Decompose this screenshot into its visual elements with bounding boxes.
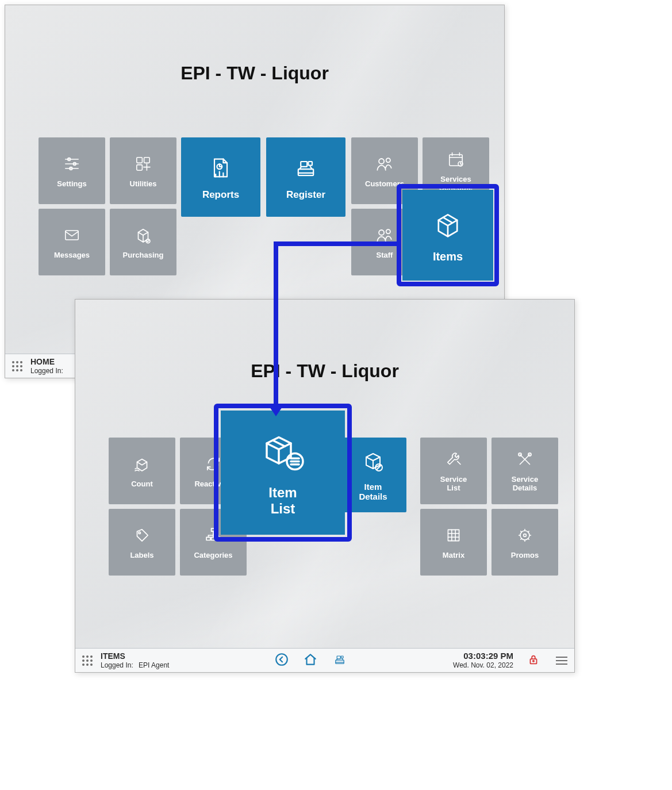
tile-count[interactable]: Count xyxy=(109,438,175,504)
tile-item-details[interactable]: Item Details xyxy=(340,438,406,512)
tool-cross-icon xyxy=(512,449,538,470)
statusbar-title-block: ITEMS Logged In: EPI Agent xyxy=(101,651,169,669)
lock-button[interactable] xyxy=(527,653,540,668)
box-icon xyxy=(428,208,468,242)
utilities-icon xyxy=(130,154,156,174)
statusbar-title-block: HOME Logged In: xyxy=(30,357,63,375)
grip-icon[interactable] xyxy=(82,655,93,666)
tile-service-details[interactable]: Service Details xyxy=(491,438,558,504)
grip-icon[interactable] xyxy=(12,361,22,371)
promos-icon xyxy=(512,525,538,546)
back-button[interactable] xyxy=(274,652,289,669)
register-button[interactable] xyxy=(332,653,348,669)
messages-icon xyxy=(59,225,85,246)
tile-labels[interactable]: Labels xyxy=(109,509,175,576)
annotation-arrow xyxy=(274,241,399,246)
tile-messages[interactable]: Messages xyxy=(39,209,105,275)
matrix-icon xyxy=(440,525,467,546)
hamburger-menu-button[interactable] xyxy=(556,657,567,665)
calendar-icon xyxy=(443,149,469,170)
reports-icon xyxy=(203,154,238,182)
clock-date: Wed. Nov. 02, 2022 xyxy=(453,661,513,669)
clock-time: 03:03:29 PM xyxy=(453,651,513,661)
statusbar-logged-in: Logged In: EPI Agent xyxy=(101,661,169,669)
arrow-head-icon xyxy=(267,404,285,416)
purchasing-icon xyxy=(130,225,156,246)
app-title: EPI - TW - Liquor xyxy=(75,361,574,382)
statusbar-title: HOME xyxy=(30,357,63,367)
home-button[interactable] xyxy=(303,652,318,669)
tile-matrix[interactable]: Matrix xyxy=(420,509,487,576)
tile-items[interactable]: Items xyxy=(402,190,493,281)
statusbar-title: ITEMS xyxy=(101,651,169,661)
tools-icon xyxy=(440,449,467,470)
settings-icon xyxy=(59,154,85,174)
app-title: EPI - TW - Liquor xyxy=(5,63,504,84)
tile-utilities[interactable]: Utilities xyxy=(110,137,176,204)
count-icon xyxy=(129,454,155,474)
register-icon xyxy=(289,154,323,182)
customers-icon xyxy=(371,154,398,174)
tile-reports[interactable]: Reports xyxy=(181,137,260,217)
tile-promos[interactable]: Promos xyxy=(491,509,558,576)
annotation-arrow xyxy=(274,246,278,406)
tile-settings[interactable]: Settings xyxy=(39,137,105,204)
tile-purchasing[interactable]: Purchasing xyxy=(110,209,176,275)
tile-service-list[interactable]: Service List xyxy=(420,438,487,504)
tile-register[interactable]: Register xyxy=(266,137,345,217)
clock: 03:03:29 PM Wed. Nov. 02, 2022 xyxy=(453,651,513,669)
statusbar-items: ITEMS Logged In: EPI Agent 03:03:29 PM W… xyxy=(75,648,574,672)
box-block-icon xyxy=(357,448,389,475)
tile-item-list[interactable]: Item List xyxy=(221,411,345,535)
box-list-icon xyxy=(254,428,312,474)
label-icon xyxy=(129,525,155,546)
statusbar-logged-in-label: Logged In: xyxy=(30,367,63,375)
